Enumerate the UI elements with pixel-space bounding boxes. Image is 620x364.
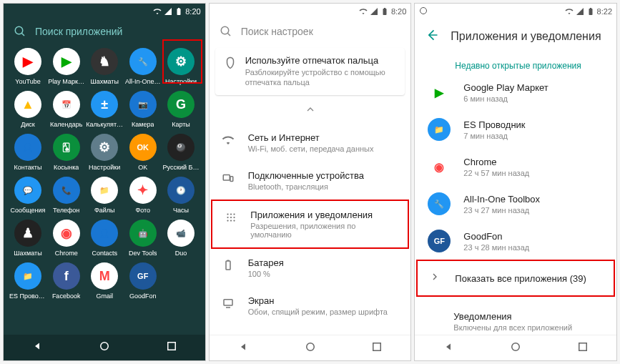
app-icon: 📷: [129, 91, 157, 118]
app-icon: 🤖: [129, 220, 157, 247]
app-ok[interactable]: OKOK: [124, 134, 161, 171]
app-часы[interactable]: 🕐Часы: [162, 177, 199, 214]
app-диск[interactable]: ▲Диск: [9, 91, 46, 128]
nav-home[interactable]: [509, 340, 522, 356]
app-русскийб[interactable]: 🎱Русский Б…: [162, 134, 199, 171]
status-time: 8:22: [597, 7, 612, 16]
app-youtube[interactable]: ▶YouTube: [9, 48, 46, 85]
recent-app[interactable]: 🔧All-In-One Toolbox23 ч 27 мин назад: [415, 185, 616, 222]
search-icon: [14, 25, 26, 38]
app-name: Google Play Маркет: [463, 82, 548, 93]
settings-title: Сеть и Интернет: [248, 132, 374, 143]
app-label: Chrome: [55, 250, 78, 257]
app-label: YouTube: [15, 78, 40, 85]
app-chrome[interactable]: ◉Chrome: [48, 220, 84, 257]
settings-apps[interactable]: Приложения и уведомленияРазрешения, прил…: [211, 200, 410, 249]
signal-icon: [576, 7, 584, 16]
phone-apps-notifications: 8:22 Приложения и уведомления Недавно от…: [414, 3, 617, 361]
fingerprint-tip[interactable]: Используйте отпечаток пальца Разблокируй…: [215, 48, 405, 95]
app-icon: ✦: [129, 177, 157, 204]
phone-app-drawer: 8:20 Поиск приложений ▶YouTube▶Play Марк…: [3, 3, 206, 361]
app-icon: ▶: [53, 48, 80, 75]
app-шахматы[interactable]: ♟Шахматы: [9, 220, 46, 257]
signal-icon: [164, 7, 172, 16]
app-настройки[interactable]: ⚙Настройки: [162, 48, 199, 85]
status-bar: 8:20: [210, 4, 411, 19]
app-настройки[interactable]: ⚙Настройки: [86, 134, 123, 171]
nav-back[interactable]: [442, 340, 455, 356]
recent-app[interactable]: ◉Chrome22 ч 57 мин назад: [415, 148, 616, 185]
svg-rect-6: [223, 174, 230, 180]
nav-bar: [210, 335, 411, 360]
nav-home[interactable]: [304, 340, 317, 356]
app-goodfon[interactable]: GFGoodFon: [124, 262, 161, 300]
back-button[interactable]: [425, 28, 439, 45]
app-facebook[interactable]: fFacebook: [48, 262, 84, 300]
app-шахматы[interactable]: ♞Шахматы: [86, 48, 123, 85]
app-календарь[interactable]: 📅Календарь: [48, 91, 84, 128]
status-bar: 8:20: [4, 4, 205, 19]
app-label: Русский Б…: [163, 164, 200, 171]
app-icon: ⚙: [91, 134, 118, 161]
recent-app[interactable]: ▶Google Play Маркет6 мин назад: [415, 74, 616, 111]
recent-app[interactable]: GFGoodFon23 ч 28 мин назад: [415, 222, 616, 260]
app-label: Настройки: [89, 164, 120, 171]
search-settings[interactable]: Поиск настроек: [210, 19, 411, 44]
status-bar: 8:22: [415, 4, 616, 19]
show-all-apps[interactable]: Показать все приложения (39): [416, 260, 615, 297]
svg-rect-7: [230, 176, 233, 181]
settings-devices[interactable]: Подключенные устройстваBluetooth, трансл…: [210, 162, 411, 200]
app-label: OK: [138, 164, 147, 171]
app-playмарк[interactable]: ▶Play Марк…: [48, 48, 84, 85]
app-devtools[interactable]: 🤖Dev Tools: [124, 220, 161, 257]
app-label: Телефон: [53, 207, 79, 214]
settings-battery[interactable]: Батарея100 %: [210, 249, 411, 287]
app-label: Календарь: [50, 121, 82, 128]
nav-recent[interactable]: [165, 340, 178, 355]
app-файлы[interactable]: 📁Файлы: [86, 177, 123, 214]
app-косынка[interactable]: 🂡Косынка: [48, 134, 84, 171]
nav-back[interactable]: [237, 340, 250, 356]
app-телефон[interactable]: 📞Телефон: [48, 177, 84, 214]
app-allinone[interactable]: 🔧All-In-One…: [124, 48, 161, 85]
nav-bar: [415, 335, 616, 360]
search-icon: [220, 25, 232, 38]
app-icon: 🎱: [167, 134, 195, 161]
app-duo[interactable]: 📹Duo: [162, 220, 199, 257]
svg-point-16: [233, 220, 235, 221]
settings-subtitle: Разрешения, приложения по умолчанию: [250, 222, 396, 239]
app-контакты[interactable]: 👤Контакты: [9, 134, 46, 171]
app-time: 23 ч 28 мин назад: [463, 243, 529, 252]
app-сообщения[interactable]: 💬Сообщения: [9, 177, 46, 214]
recent-app[interactable]: 📁ES Проводник7 мин назад: [415, 111, 616, 148]
signal-icon: [370, 7, 378, 16]
app-карты[interactable]: GКарты: [162, 91, 199, 128]
svg-point-11: [227, 216, 228, 217]
svg-rect-3: [167, 343, 175, 350]
app-label: ES Провод…: [9, 292, 46, 300]
svg-point-22: [306, 343, 314, 350]
app-icon: ♟: [14, 220, 41, 247]
nav-recent[interactable]: [576, 340, 589, 356]
nav-home[interactable]: [98, 340, 111, 355]
app-contacts[interactable]: 👤Contacts: [86, 220, 123, 257]
settings-display[interactable]: ЭкранОбои, спящий режим, размер шрифта: [210, 287, 411, 325]
app-фото[interactable]: ✦Фото: [124, 177, 161, 214]
app-label: Фото: [135, 207, 150, 214]
dnd-icon: [419, 6, 428, 16]
search-apps[interactable]: Поиск приложений: [4, 19, 205, 44]
status-time: 8:20: [391, 7, 406, 16]
collapse-tips[interactable]: [210, 99, 411, 122]
battery-icon: [221, 259, 235, 272]
nav-recent[interactable]: [370, 340, 383, 356]
nav-back[interactable]: [31, 340, 44, 355]
app-icon: 📁: [14, 262, 41, 290]
app-name: Chrome: [463, 157, 529, 167]
app-icon: ⚙: [167, 48, 195, 75]
app-esпровод[interactable]: 📁ES Провод…: [9, 262, 46, 300]
settings-wifi[interactable]: Сеть и ИнтернетWi-Fi, моб. сети, передач…: [210, 124, 411, 162]
fingerprint-icon: [224, 56, 237, 69]
app-gmail[interactable]: MGmail: [86, 262, 123, 300]
app-калькулят[interactable]: ±Калькулят…: [86, 91, 123, 128]
app-камера[interactable]: 📷Камера: [124, 91, 161, 128]
